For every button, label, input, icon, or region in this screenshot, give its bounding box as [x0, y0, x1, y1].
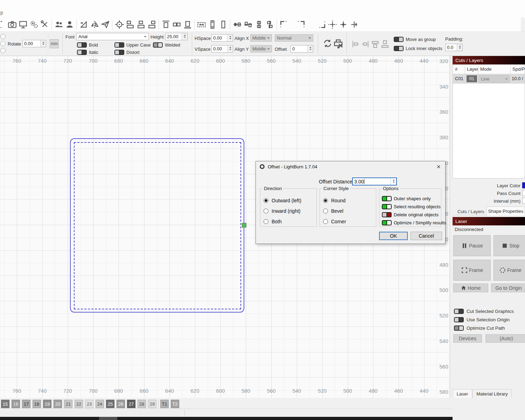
radio-cut-mid[interactable]	[0, 41, 6, 46]
palette-item-15[interactable]: 15	[1, 400, 9, 408]
mirror-flip-icon[interactable]	[89, 19, 100, 30]
radio-bevel-label[interactable]: Bevel	[331, 208, 343, 214]
pass-count-input[interactable]	[522, 190, 525, 196]
palette-item-16[interactable]: 16	[12, 400, 20, 408]
frame-square-button[interactable]: Frame	[453, 260, 491, 281]
move-as-group-toggle[interactable]	[394, 37, 404, 42]
align-x-combo[interactable]: Middle	[250, 34, 272, 42]
palette-item-24[interactable]: 24	[96, 400, 104, 408]
layer-color-swatch[interactable]	[522, 182, 525, 188]
corner-bottom-right-icon[interactable]	[316, 19, 327, 30]
palette-item-T2[interactable]: T2	[171, 400, 179, 408]
delete-original-label[interactable]: Delete original objects	[394, 212, 439, 217]
optimize-simplify-label[interactable]: Optimize / Simplify results	[394, 220, 446, 225]
bottom-scrollbar[interactable]	[0, 417, 525, 420]
radio-round-label[interactable]: Round	[331, 198, 345, 203]
offset-distance-input[interactable]: 3.00	[352, 177, 397, 186]
offset-input[interactable]: 0	[290, 45, 313, 52]
snap-tool-icon[interactable]	[78, 19, 89, 30]
distribute-h-offset-icon[interactable]	[243, 19, 253, 30]
radio-round[interactable]	[323, 198, 328, 203]
weld-left-icon[interactable]	[350, 39, 361, 49]
camera-icon[interactable]	[7, 19, 18, 30]
push-together-icon[interactable]	[171, 19, 182, 30]
padding-input[interactable]: 0.0	[445, 44, 463, 51]
radio-both-label[interactable]: Both	[272, 219, 282, 224]
radio-outward[interactable]	[264, 198, 268, 203]
optimize-cut-path-toggle[interactable]	[454, 326, 464, 331]
ok-button[interactable]: OK	[379, 232, 408, 240]
welded-toggle[interactable]	[153, 42, 163, 48]
center-target-icon[interactable]	[114, 19, 125, 30]
rotate-spinner[interactable]	[40, 40, 46, 47]
weld-top-icon[interactable]	[370, 39, 380, 49]
padding-spinner[interactable]	[457, 44, 462, 51]
layer-badge[interactable]: 01	[467, 75, 477, 82]
pause-button[interactable]: Pause	[453, 235, 491, 256]
node-center-icon[interactable]	[338, 19, 349, 30]
corner-top-left-icon[interactable]	[278, 19, 289, 30]
hspace-input[interactable]: 0.00	[211, 34, 233, 42]
palette-item-17[interactable]: 17	[22, 400, 30, 408]
table-row[interactable]: C01 01 Line 10.0 /	[453, 74, 525, 84]
tools-icon[interactable]	[39, 19, 50, 30]
stop-button[interactable]: Stop	[493, 235, 525, 256]
radio-inward[interactable]	[264, 209, 268, 214]
scrollbar-thumb[interactable]	[99, 417, 117, 420]
radio-inward-label[interactable]: Inward (right)	[272, 208, 300, 214]
selected-rectangle[interactable]	[74, 142, 241, 309]
select-resulting-toggle[interactable]	[382, 204, 392, 209]
bold-toggle[interactable]	[77, 42, 87, 48]
interval-input[interactable]	[522, 198, 525, 204]
settings-gears-icon[interactable]	[28, 19, 39, 30]
radio-cut-bot[interactable]	[0, 48, 6, 53]
offset-distance-spinner[interactable]	[391, 178, 396, 185]
resize-width-icon[interactable]	[196, 19, 207, 30]
italic-toggle[interactable]	[77, 50, 87, 55]
vspace-input[interactable]: 0.00	[211, 45, 233, 52]
outline-shape-icon[interactable]	[218, 19, 229, 30]
optimize-simplify-toggle[interactable]	[382, 220, 392, 225]
palette-item-28[interactable]: 28	[138, 400, 146, 408]
offset-spinner[interactable]	[307, 46, 313, 52]
devices-button[interactable]: Devices	[453, 334, 482, 343]
monitor-icon[interactable]	[18, 19, 28, 30]
palette-item-T1[interactable]: T1	[160, 400, 169, 408]
group-users-icon[interactable]	[53, 19, 64, 30]
outer-shapes-toggle[interactable]	[382, 196, 392, 201]
tab-material-library[interactable]: Material Library	[472, 389, 512, 398]
node-cross-icon[interactable]	[327, 19, 338, 30]
radio-outward-label[interactable]: Outward (left)	[272, 198, 301, 203]
shear-icon[interactable]	[100, 19, 111, 30]
tab-laser[interactable]: Laser	[453, 389, 472, 398]
palette-item-19[interactable]: 19	[43, 400, 51, 408]
height-spinner[interactable]	[182, 33, 187, 40]
corner-top-right-icon[interactable]	[295, 19, 306, 30]
resize-height-icon[interactable]	[207, 19, 218, 30]
palette-item-20[interactable]: 20	[54, 400, 62, 408]
align-right-icon[interactable]	[146, 19, 157, 30]
rotate-input[interactable]: 0.00	[22, 40, 46, 47]
cancel-button[interactable]: Cancel	[411, 232, 442, 240]
radio-corner[interactable]	[323, 219, 328, 224]
cut-selected-toggle[interactable]	[454, 309, 464, 314]
selection-handle[interactable]	[242, 223, 246, 227]
palette-item-27[interactable]: 27	[127, 400, 135, 408]
palette-item-21[interactable]: 21	[64, 400, 72, 408]
dialog-titlebar[interactable]: Offset - LightBurn 1.7.04	[256, 161, 445, 172]
lock-inner-toggle[interactable]	[394, 46, 404, 51]
font-combo[interactable]: Arial	[76, 33, 149, 40]
distort-toggle[interactable]	[114, 50, 124, 55]
home-button[interactable]: Home	[453, 284, 488, 292]
delete-original-toggle[interactable]	[382, 212, 392, 217]
palette-item-25[interactable]: 25	[106, 400, 114, 408]
go-to-origin-button[interactable]: Go to Origin	[491, 284, 525, 292]
height-input[interactable]: 25.00	[165, 33, 188, 40]
vspace-spinner[interactable]	[227, 46, 233, 52]
align-y-combo[interactable]: Middle	[250, 45, 272, 52]
palette-item-18[interactable]: 18	[33, 400, 41, 408]
align-center-icon[interactable]	[135, 19, 146, 30]
refresh-icon[interactable]	[322, 38, 333, 49]
palette-item-26[interactable]: 26	[117, 400, 125, 408]
upper-case-toggle[interactable]	[114, 42, 124, 48]
